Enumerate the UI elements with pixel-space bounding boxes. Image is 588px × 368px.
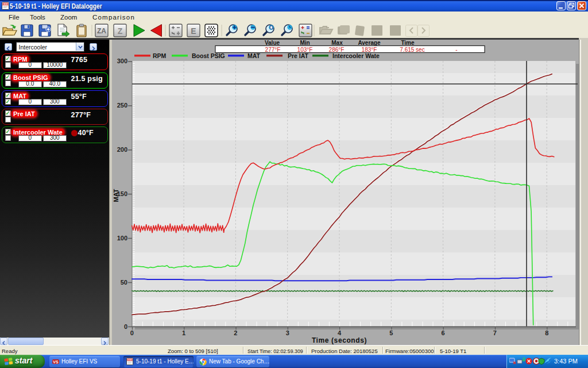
svg-text:ZA: ZA [97, 27, 106, 35]
svg-text:3: 3 [286, 329, 289, 336]
svg-text:RPM: RPM [153, 52, 167, 59]
svg-text:Max: Max [331, 40, 343, 46]
svg-text:4: 4 [338, 329, 342, 336]
svg-text:286°F: 286°F [329, 47, 345, 53]
svg-text:Boost PSIG: Boost PSIG [192, 52, 225, 59]
svg-text:0: 0 [124, 323, 127, 330]
svg-text:Average: Average [358, 40, 381, 46]
svg-text:E: E [191, 26, 196, 36]
svg-text:Pre IAT: Pre IAT [288, 52, 309, 59]
svg-text:103°F: 103°F [297, 47, 313, 53]
svg-text:183°F: 183°F [362, 47, 377, 53]
svg-text:Time (seconds): Time (seconds) [312, 336, 367, 344]
svg-text:Z: Z [118, 26, 123, 36]
svg-text:MAT: MAT [247, 52, 261, 59]
svg-text:50: 50 [121, 279, 127, 286]
svg-text:200: 200 [117, 146, 127, 153]
svg-text:277°F: 277°F [265, 47, 281, 53]
svg-text:-: - [455, 47, 457, 53]
svg-text:7.615 sec: 7.615 sec [400, 47, 424, 53]
svg-text:VS: VS [53, 360, 59, 364]
svg-text:6: 6 [442, 329, 445, 336]
svg-text:Intercooler Wate: Intercooler Wate [332, 52, 380, 59]
svg-text:8: 8 [545, 329, 548, 336]
svg-text:100: 100 [117, 235, 127, 241]
svg-text:MAT: MAT [113, 189, 119, 202]
svg-text:5: 5 [389, 329, 393, 336]
svg-text:250: 250 [117, 102, 127, 109]
svg-text:Min: Min [300, 40, 310, 46]
svg-text:Time: Time [401, 40, 415, 46]
svg-text:1: 1 [182, 329, 185, 336]
svg-text:2: 2 [234, 329, 237, 336]
svg-text:7: 7 [493, 329, 497, 336]
svg-text:0: 0 [130, 329, 134, 336]
svg-text:Value: Value [265, 40, 280, 46]
svg-text:300: 300 [117, 57, 127, 64]
